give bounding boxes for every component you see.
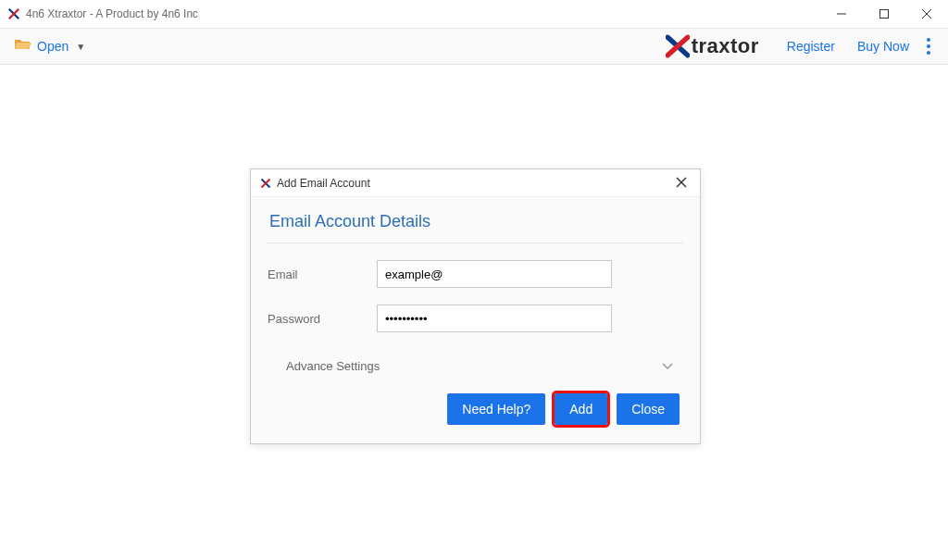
password-row: Password <box>268 305 683 332</box>
email-field[interactable] <box>377 260 612 288</box>
advance-settings-label: Advance Settings <box>286 359 380 373</box>
more-menu-button[interactable] <box>920 38 939 55</box>
password-label: Password <box>268 312 377 326</box>
close-button[interactable]: Close <box>617 393 680 425</box>
main-toolbar: Open ▼ traxtor Register Buy Now <box>0 28 948 65</box>
add-button[interactable]: Add <box>555 393 607 425</box>
email-row: Email <box>268 260 683 288</box>
dialog-body: Email Account Details Email Password Adv… <box>251 197 700 443</box>
window-title: 4n6 Xtraxtor - A Product by 4n6 Inc <box>26 7 820 20</box>
dropdown-caret-icon: ▼ <box>76 42 85 52</box>
open-button[interactable]: Open ▼ <box>9 34 91 58</box>
open-label: Open <box>37 39 69 54</box>
dialog-button-row: Need Help? Add Close <box>268 390 683 430</box>
register-link[interactable]: Register <box>787 39 835 54</box>
dialog-title: Add Email Account <box>277 177 672 190</box>
buy-now-link[interactable]: Buy Now <box>857 39 909 54</box>
advance-settings-toggle[interactable]: Advance Settings <box>268 349 683 390</box>
svg-rect-1 <box>880 10 889 19</box>
minimize-button[interactable] <box>820 0 863 28</box>
brand-text: traxtor <box>692 34 759 58</box>
divider <box>268 243 683 243</box>
brand-logo: traxtor <box>666 34 759 58</box>
email-label: Email <box>268 268 377 281</box>
password-field[interactable] <box>377 305 612 332</box>
brand-x-icon <box>666 34 690 58</box>
window-titlebar: 4n6 Xtraxtor - A Product by 4n6 Inc <box>0 0 948 28</box>
add-email-account-dialog: Add Email Account Email Account Details … <box>250 168 701 444</box>
window-close-button[interactable] <box>905 0 948 28</box>
dialog-logo-icon <box>260 178 271 189</box>
dialog-close-button[interactable] <box>672 174 691 193</box>
window-controls <box>820 0 948 28</box>
dialog-heading: Email Account Details <box>268 212 683 231</box>
folder-icon <box>15 38 31 55</box>
need-help-button[interactable]: Need Help? <box>447 393 545 425</box>
dialog-titlebar: Add Email Account <box>251 169 700 197</box>
app-logo-icon <box>7 7 20 20</box>
maximize-button[interactable] <box>863 0 905 28</box>
chevron-down-icon <box>661 358 674 373</box>
